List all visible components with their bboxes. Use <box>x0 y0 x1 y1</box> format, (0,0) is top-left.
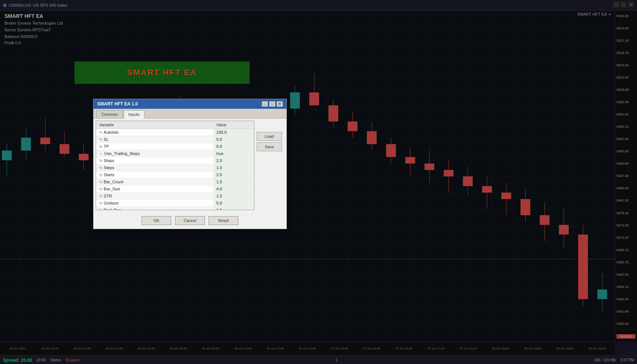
table-row[interactable]: ½TP0.0 <box>96 143 254 150</box>
table-scroll[interactable]: Variable Value ½Autolots100.0½SL5.0½TP0.… <box>96 121 254 210</box>
param-value-3[interactable]: true <box>213 150 254 157</box>
header-row: Variable Value <box>96 121 254 129</box>
table-row[interactable]: ½Gridsize5.0 <box>96 200 254 207</box>
table-row[interactable]: ½Autolots100.0 <box>96 129 254 136</box>
param-variable-5: ½Steps <box>96 164 213 171</box>
table-row[interactable]: ↔Use_Trailing_Stopstrue <box>96 150 254 157</box>
dialog-minimize-button[interactable]: ─ <box>262 101 268 107</box>
param-value-8[interactable]: 4.0 <box>213 186 254 193</box>
table-row[interactable]: ½Bar_Size4.0 <box>96 186 254 193</box>
reset-button[interactable]: Reset <box>209 216 238 225</box>
dialog-close-button[interactable]: ✕ <box>277 101 283 107</box>
table-row[interactable]: ½Trail_Pen1.0 <box>96 207 254 211</box>
table-row[interactable]: ½Stops2.0 <box>96 157 254 164</box>
table-row[interactable]: ½Starts2.0 <box>96 171 254 178</box>
dialog-title: SMART HFT EA 1.0 <box>97 101 138 107</box>
param-value-11[interactable]: 1.0 <box>213 207 254 211</box>
params-table: Variable Value ½Autolots100.0½SL5.0½TP0.… <box>96 121 254 210</box>
table-row[interactable]: ½SL5.0 <box>96 136 254 143</box>
save-button[interactable]: Save <box>257 142 282 151</box>
param-variable-2: ½TP <box>96 143 213 150</box>
param-value-5[interactable]: 1.0 <box>213 164 254 171</box>
param-variable-0: ½Autolots <box>96 129 213 136</box>
param-value-1[interactable]: 5.0 <box>213 136 254 143</box>
dialog-content: Variable Value ½Autolots100.0½SL5.0½TP0.… <box>94 118 286 212</box>
param-value-0[interactable]: 100.0 <box>213 129 254 136</box>
param-variable-1: ½SL <box>96 136 213 143</box>
dialog-footer: OK Cancel Reset <box>94 212 286 229</box>
param-value-6[interactable]: 2.0 <box>213 171 254 178</box>
param-variable-7: ½Bar_Count <box>96 178 213 186</box>
table-header: Variable Value <box>96 121 254 129</box>
tab-inputs[interactable]: Inputs <box>124 110 145 118</box>
param-value-9[interactable]: 1.0 <box>213 193 254 200</box>
param-value-2[interactable]: 0.0 <box>213 143 254 150</box>
param-value-4[interactable]: 2.0 <box>213 157 254 164</box>
param-variable-4: ½Stops <box>96 157 213 164</box>
table-area: Variable Value ½Autolots100.0½SL5.0½TP0.… <box>96 121 254 210</box>
param-variable-11: ½Trail_Pen <box>96 207 213 211</box>
param-variable-8: ½Bar_Size <box>96 186 213 193</box>
param-variable-3: ↔Use_Trailing_Stops <box>96 150 213 157</box>
ok-button[interactable]: OK <box>142 216 171 225</box>
param-value-7[interactable]: 1.0 <box>213 178 254 186</box>
params-tbody: ½Autolots100.0½SL5.0½TP0.0↔Use_Trailing_… <box>96 129 254 211</box>
table-row[interactable]: ½STR1.0 <box>96 193 254 200</box>
table-row[interactable]: ½Bar_Count1.0 <box>96 178 254 186</box>
param-value-10[interactable]: 5.0 <box>213 200 254 207</box>
dialog-restore-button[interactable]: □ <box>269 101 275 107</box>
dialog-controls[interactable]: ─ □ ✕ <box>262 101 283 107</box>
dialog-tabs: Common Inputs <box>94 109 286 118</box>
load-button[interactable]: Load <box>257 132 282 141</box>
params-table-wrapper: Variable Value ½Autolots100.0½SL5.0½TP0.… <box>96 121 254 210</box>
dialog: SMART HFT EA 1.0 ─ □ ✕ Common Inputs Var… <box>93 99 287 229</box>
table-row[interactable]: ½Steps1.0 <box>96 164 254 171</box>
tab-common[interactable]: Common <box>96 110 123 118</box>
param-variable-6: ½Starts <box>96 171 213 178</box>
dialog-title-bar: SMART HFT EA 1.0 ─ □ ✕ <box>94 99 286 109</box>
table-and-buttons: Variable Value ½Autolots100.0½SL5.0½TP0.… <box>96 121 284 210</box>
param-variable-10: ½Gridsize <box>96 200 213 207</box>
cancel-button[interactable]: Cancel <box>175 216 205 225</box>
col-value: Value <box>213 121 254 129</box>
param-variable-9: ½STR <box>96 193 213 200</box>
side-buttons-panel: Load Save <box>254 121 284 210</box>
col-variable: Variable <box>96 121 213 129</box>
